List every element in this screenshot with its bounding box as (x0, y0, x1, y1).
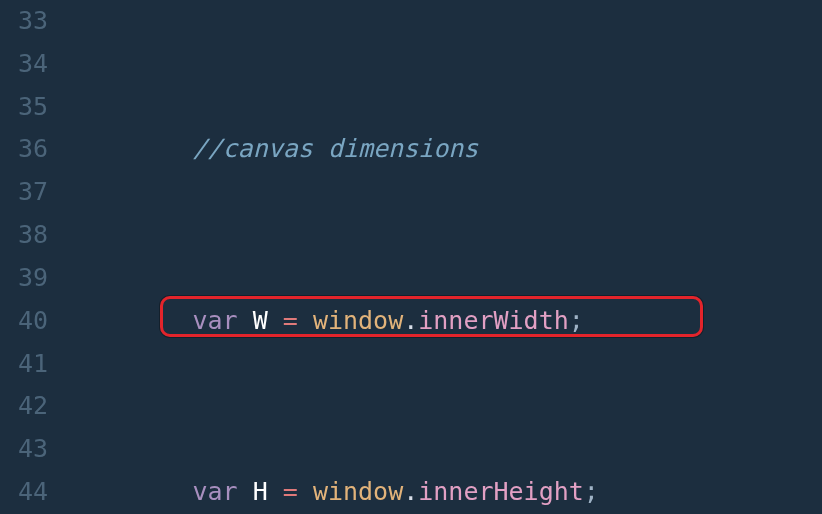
line-number: 39 (0, 257, 48, 300)
line-number: 42 (0, 385, 48, 428)
line-number: 40 (0, 300, 48, 343)
identifier: H (253, 477, 268, 506)
line-number: 37 (0, 171, 48, 214)
line-number: 36 (0, 128, 48, 171)
line-number: 33 (0, 0, 48, 43)
indent (72, 477, 192, 506)
dot: . (403, 477, 418, 506)
property: innerWidth (418, 306, 569, 335)
line-number: 34 (0, 43, 48, 86)
operator-eq: = (283, 477, 298, 506)
semicolon: ; (584, 477, 599, 506)
code-line-35[interactable]: var H = window.innerHeight; (72, 471, 822, 514)
comment: //canvas dimensions (192, 134, 478, 163)
code-line-33[interactable]: //canvas dimensions (72, 128, 822, 171)
keyword-var: var (192, 306, 237, 335)
line-number: 38 (0, 214, 48, 257)
keyword-var: var (192, 477, 237, 506)
property: innerHeight (418, 477, 584, 506)
dot: . (403, 306, 418, 335)
object: window (313, 306, 403, 335)
object: window (313, 477, 403, 506)
identifier: W (253, 306, 268, 335)
semicolon: ; (569, 306, 584, 335)
operator-eq: = (283, 306, 298, 335)
line-number-gutter: 333435363738394041424344 (0, 0, 72, 514)
indent (72, 134, 192, 163)
line-number: 41 (0, 343, 48, 386)
line-number: 43 (0, 428, 48, 471)
code-area[interactable]: //canvas dimensions var W = window.inner… (72, 0, 822, 514)
code-line-34[interactable]: var W = window.innerWidth; (72, 300, 822, 343)
line-number: 44 (0, 471, 48, 514)
code-editor[interactable]: 333435363738394041424344 //canvas dimens… (0, 0, 822, 514)
line-number: 35 (0, 86, 48, 129)
indent (72, 306, 192, 335)
